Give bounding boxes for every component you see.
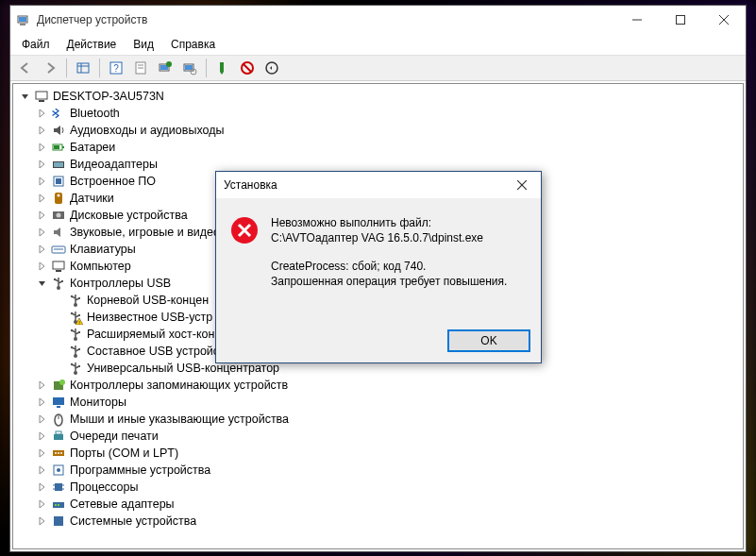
expand-icon[interactable] [36, 226, 49, 239]
svg-rect-26 [39, 100, 44, 102]
svg-rect-4 [677, 16, 685, 25]
expand-icon[interactable] [36, 497, 49, 511]
titlebar[interactable]: Диспетчер устройств [10, 6, 746, 34]
expand-icon[interactable] [36, 260, 49, 273]
dialog-titlebar[interactable]: Установка [216, 172, 541, 198]
expand-icon[interactable] [36, 446, 49, 460]
svg-rect-19 [185, 65, 193, 70]
expand-icon[interactable] [36, 141, 49, 154]
tree-root[interactable]: DESKTOP-3AU573N [19, 88, 737, 105]
tree-category-label: Видеоадаптеры [70, 156, 158, 173]
tree-category[interactable]: Процессоры [19, 479, 737, 496]
expand-icon[interactable] [36, 209, 49, 222]
expand-icon[interactable] [19, 90, 32, 103]
svg-rect-73 [54, 434, 63, 440]
dialog-close-button[interactable] [503, 172, 541, 198]
usb-icon [51, 276, 66, 291]
tree-category[interactable]: Очереди печати [19, 428, 737, 445]
network-icon [51, 497, 66, 512]
tree-category-label: Клавиатуры [70, 241, 136, 258]
toolbar-update[interactable] [154, 57, 176, 79]
tree-category[interactable]: Мыши и иные указывающие устройства [19, 411, 737, 428]
tree-category-label: Аудиовходы и аудиовыходы [70, 122, 224, 139]
tree-category[interactable]: Контроллеры запоминающих устройств [19, 377, 737, 394]
expand-icon[interactable] [36, 158, 49, 171]
svg-rect-66 [78, 365, 80, 367]
tree-category-label: Батареи [70, 139, 115, 156]
tree-category[interactable]: Программные устройства [19, 462, 737, 479]
tree-category[interactable]: Порты (COM и LPT) [19, 445, 737, 462]
menu-file[interactable]: Файл [14, 36, 58, 53]
keyboard-icon [51, 242, 66, 257]
expand-icon[interactable] [36, 396, 49, 409]
svg-rect-88 [58, 504, 59, 506]
svg-point-37 [57, 213, 61, 218]
tree-category[interactable]: Батареи [19, 139, 737, 156]
expand-icon[interactable] [36, 107, 49, 120]
svg-rect-2 [19, 17, 26, 22]
tree-category[interactable]: Bluetooth [19, 105, 737, 122]
toolbar-back[interactable] [14, 57, 37, 79]
svg-rect-33 [56, 178, 61, 184]
usb-device-icon [68, 327, 83, 342]
expand-icon[interactable] [36, 413, 49, 426]
svg-rect-70 [57, 406, 60, 408]
tree-category[interactable]: Системные устройства [19, 513, 737, 530]
tree-device-label: Расширяемый хост-кон [87, 326, 214, 343]
toolbar-properties[interactable] [129, 57, 152, 79]
cpu-icon [51, 480, 66, 495]
svg-point-17 [166, 61, 172, 67]
close-button[interactable] [702, 6, 746, 34]
svg-text:?: ? [113, 63, 119, 74]
maximize-button[interactable] [659, 6, 702, 34]
computer-icon [34, 89, 49, 104]
expand-icon[interactable] [36, 480, 49, 494]
expand-icon[interactable] [36, 192, 49, 205]
svg-rect-25 [36, 92, 47, 99]
toolbar-enable[interactable] [211, 57, 234, 79]
toolbar-help[interactable]: ? [105, 57, 127, 79]
svg-point-52 [71, 312, 73, 314]
dialog-title: Установка [224, 178, 277, 192]
expand-icon[interactable] [36, 124, 49, 137]
tree-category-label: Звуковые, игровые и видео [70, 224, 220, 241]
toolbar-show-hidden[interactable] [72, 57, 94, 79]
tree-category-label: Системные устройства [70, 513, 196, 530]
tree-category[interactable]: Сетевые адаптеры [19, 496, 737, 513]
expand-icon[interactable] [36, 243, 49, 256]
tree-category-label: Сетевые адаптеры [70, 496, 175, 513]
toolbar-disable[interactable] [260, 57, 283, 79]
svg-rect-69 [53, 397, 64, 405]
expand-icon[interactable] [36, 463, 49, 477]
svg-rect-45 [61, 280, 63, 282]
tree-category[interactable]: Мониторы [19, 394, 737, 411]
usb-device-icon [68, 344, 83, 359]
svg-point-35 [58, 194, 60, 197]
svg-point-48 [71, 295, 73, 297]
menu-help[interactable]: Справка [163, 36, 223, 53]
software-icon [51, 463, 66, 478]
printer-icon [51, 429, 66, 444]
tree-category-label: Мониторы [70, 394, 126, 411]
svg-rect-58 [78, 331, 80, 333]
expand-icon[interactable] [36, 277, 49, 290]
menubar: Файл Действие Вид Справка [10, 34, 746, 55]
expand-icon[interactable] [36, 514, 49, 528]
minimize-button[interactable] [615, 6, 659, 34]
menu-action[interactable]: Действие [59, 36, 125, 53]
tree-category-label: Контроллеры запоминающих устройств [70, 377, 288, 394]
expand-icon[interactable] [36, 430, 49, 443]
error-dialog: Установка Невозможно выполнить файл:C:\A… [215, 171, 542, 363]
svg-point-77 [58, 452, 59, 454]
toolbar-forward[interactable] [39, 57, 61, 79]
expand-icon[interactable] [36, 379, 49, 392]
svg-point-80 [57, 468, 60, 472]
audio-icon [51, 123, 66, 138]
menu-view[interactable]: Вид [126, 36, 161, 53]
expand-icon[interactable] [36, 175, 49, 188]
tree-category[interactable]: Аудиовходы и аудиовыходы [19, 122, 737, 139]
port-icon [51, 446, 66, 461]
toolbar-uninstall[interactable] [236, 57, 259, 79]
toolbar-scan[interactable] [178, 57, 201, 79]
ok-button[interactable]: OK [448, 330, 529, 351]
